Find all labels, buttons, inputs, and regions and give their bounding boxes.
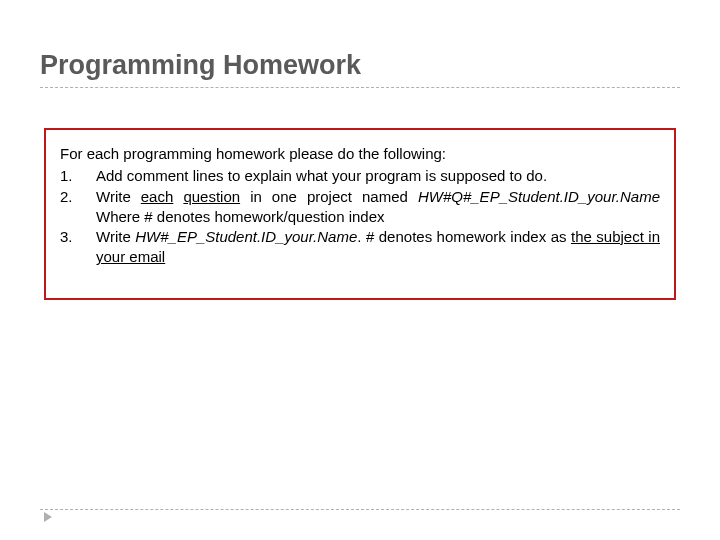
title-divider (40, 87, 680, 88)
bullet-marker-icon (44, 512, 52, 522)
item-text: Write (96, 188, 141, 205)
item-text: . # denotes homework index as (357, 228, 571, 245)
italic-text: HW#Q#_EP_Student.ID_your.Name (418, 188, 660, 205)
instruction-list: Add comment lines to explain what your p… (60, 166, 660, 267)
content-box: For each programming homework please do … (44, 128, 676, 300)
underline-text: question (183, 188, 240, 205)
item-text: in one project named (240, 188, 418, 205)
underline-text: each (141, 188, 174, 205)
item-text: Write (96, 228, 135, 245)
list-item: Add comment lines to explain what your p… (60, 166, 660, 186)
list-item: Write each question in one project named… (60, 187, 660, 228)
italic-text: HW#_EP_Student.ID_your.Name (135, 228, 357, 245)
item-text: Where # denotes homework/question index (96, 208, 385, 225)
slide-title: Programming Homework (40, 50, 680, 81)
intro-text: For each programming homework please do … (60, 144, 660, 164)
item-text: Add comment lines to explain what your p… (96, 167, 547, 184)
item-text (173, 188, 183, 205)
footer-divider (40, 509, 680, 510)
list-item: Write HW#_EP_Student.ID_your.Name. # den… (60, 227, 660, 268)
